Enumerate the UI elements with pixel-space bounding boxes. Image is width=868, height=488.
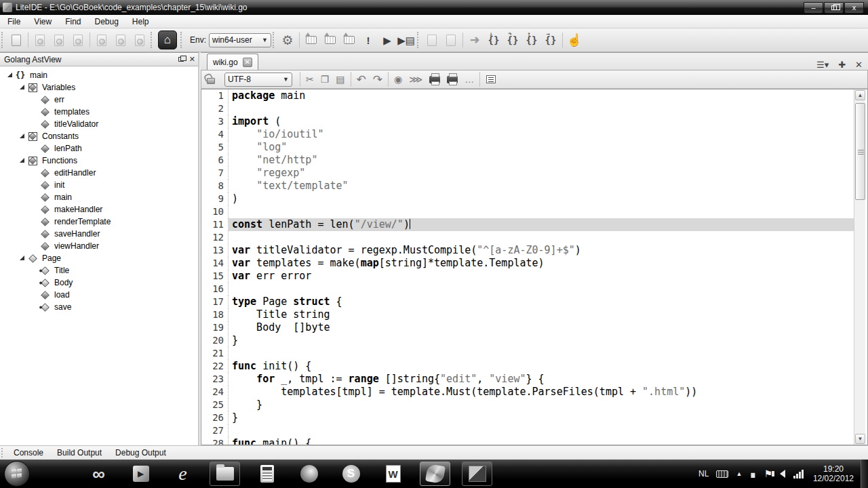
tree-item-body[interactable]: Body (0, 277, 198, 289)
taskbar-firefox-app[interactable] (294, 462, 324, 486)
code-line-1[interactable]: 1package main (201, 89, 854, 102)
minimize-button[interactable]: – (804, 2, 823, 14)
code-line-7[interactable]: 7 "regexp" (201, 167, 854, 180)
import-doc-button[interactable] (423, 31, 441, 49)
code-line-20[interactable]: 20} (201, 334, 854, 347)
output-tab-console[interactable]: Console (14, 448, 43, 458)
float-panel-icon[interactable] (178, 57, 184, 62)
close-button[interactable]: x (844, 2, 864, 14)
code-line-4[interactable]: 4 "io/ioutil" (201, 128, 854, 141)
scrollbar-thumb[interactable] (855, 103, 865, 200)
window-titlebar[interactable]: LiteIDE - E:\Go\GoBoek\code_examples\cha… (0, 0, 868, 15)
toolbar-grip[interactable] (417, 32, 421, 48)
word-wrap-icon[interactable] (486, 75, 496, 83)
menu-debug[interactable]: Debug (88, 16, 124, 28)
clear-doc-button[interactable] (442, 31, 460, 49)
power-plug-icon[interactable] (749, 470, 756, 478)
code-editor[interactable]: 1package main23import (4 "io/ioutil"5 "l… (201, 89, 868, 445)
undo-icon[interactable]: ↶ (357, 73, 366, 87)
taskbar-camtasia-app[interactable]: ∞ (83, 462, 114, 486)
code-line-28[interactable]: 28func main() { (201, 437, 854, 445)
menu-view[interactable]: View (28, 16, 58, 28)
code-line-16[interactable]: 16 (201, 283, 854, 296)
taskbar-movie-maker-app[interactable] (462, 462, 492, 486)
code-line-11[interactable]: 11const lenPath = len("/view/") (201, 218, 854, 231)
code-line-9[interactable]: 9) (201, 192, 854, 205)
record-icon[interactable]: ◉ (394, 74, 402, 85)
code-line-13[interactable]: 13var titleValidator = regexp.MustCompil… (201, 244, 854, 257)
output-tab-debug-output[interactable]: Debug Output (115, 448, 166, 458)
code-line-5[interactable]: 5 "log" (201, 141, 854, 154)
tree-item-edithandler[interactable]: editHandler (0, 167, 198, 179)
tree-item-init[interactable]: init (0, 179, 198, 191)
code-line-14[interactable]: 14var templates = make(map[string]*templ… (201, 257, 854, 270)
paste-icon[interactable]: ▤ (336, 74, 344, 85)
expanded-triangle-icon[interactable] (20, 158, 24, 163)
save-all-button[interactable] (69, 31, 87, 49)
cut-icon[interactable]: ✂ (306, 74, 314, 85)
step-into-button[interactable]: ↓{} (485, 31, 502, 49)
print-preview-icon[interactable] (447, 76, 458, 83)
show-desktop-button[interactable] (861, 460, 868, 488)
tree-item-templates[interactable]: templates (0, 106, 198, 118)
restore-button[interactable] (824, 2, 844, 14)
expanded-triangle-icon[interactable] (20, 85, 24, 89)
unlock-icon[interactable] (207, 78, 215, 84)
close-folder-button[interactable] (131, 31, 149, 49)
add-folder-button[interactable] (112, 31, 130, 49)
env-select[interactable]: win64-user ▼ (209, 33, 271, 47)
code-line-6[interactable]: 6 "net/http" (201, 154, 854, 167)
taskbar-calculator-app[interactable] (252, 462, 282, 486)
output-tab-build-output[interactable]: Build Output (57, 448, 102, 458)
clock[interactable]: 19:20 12/02/2012 (813, 464, 854, 483)
network-signal-icon[interactable] (793, 470, 804, 479)
menu-help[interactable]: Help (126, 16, 155, 28)
toolbar-grip[interactable] (1, 32, 5, 48)
tab-close-icon[interactable]: ✕ (243, 58, 252, 67)
redo-icon[interactable]: ↷ (373, 73, 382, 87)
tree-item-main[interactable]: {}main (0, 69, 198, 81)
tree-item-lenpath[interactable]: lenPath (0, 142, 198, 155)
tree-item-makehandler[interactable]: makeHandler (0, 203, 198, 216)
step-over-button[interactable]: ↷{} (504, 31, 521, 49)
code-line-10[interactable]: 10 (201, 205, 854, 218)
close-editor-icon[interactable]: ✕ (855, 60, 863, 70)
run-button[interactable]: ▶ (378, 31, 396, 49)
expanded-triangle-icon[interactable] (20, 134, 24, 138)
build-button[interactable] (302, 31, 320, 49)
start-button[interactable] (4, 461, 30, 487)
menu-file[interactable]: File (1, 16, 26, 28)
tree-item-variables[interactable]: Variables (0, 81, 198, 94)
scroll-up-icon[interactable]: ▲ (855, 90, 865, 100)
taskbar-liteide-app[interactable] (420, 462, 450, 486)
hidden-icons-arrow[interactable]: ▲ (736, 470, 742, 477)
new-file-button[interactable] (7, 31, 25, 49)
split-editor-icon[interactable]: ✚ (838, 60, 846, 70)
code-line-25[interactable]: 25 } (201, 399, 854, 411)
export-icon[interactable]: ⋙ (409, 74, 422, 85)
tree-item-load[interactable]: load (0, 289, 198, 301)
code-line-27[interactable]: 27 (201, 424, 854, 437)
code-line-24[interactable]: 24 templates[tmpl] = template.Must(templ… (201, 386, 854, 399)
stop-button[interactable]: ☝ (566, 31, 583, 49)
tab-wiki-go[interactable]: wiki.go ✕ (207, 54, 258, 70)
volume-icon[interactable] (780, 470, 785, 478)
toolbar-grip[interactable] (273, 32, 277, 48)
tree-item-functions[interactable]: Functions (0, 155, 198, 167)
code-line-26[interactable]: 26} (201, 411, 854, 424)
install-button[interactable] (340, 31, 358, 49)
code-line-21[interactable]: 21 (201, 347, 854, 360)
taskbar-internet-explorer-app[interactable]: e (167, 462, 198, 486)
continue-button[interactable]: ➜ (466, 31, 484, 49)
code-line-19[interactable]: 19 Body []byte (201, 321, 854, 334)
vertical-scrollbar[interactable]: ▲ ▼ (854, 89, 865, 445)
expanded-triangle-icon[interactable] (20, 256, 24, 260)
tree-item-constants[interactable]: Constants (0, 130, 198, 142)
tree-item-err[interactable]: err (0, 94, 198, 106)
tree-item-titlevalidator[interactable]: titleValidator (0, 118, 198, 130)
syntax-check-button[interactable]: ! (359, 31, 377, 49)
tree-item-main[interactable]: main (0, 191, 198, 203)
open-folder-button[interactable] (93, 31, 111, 49)
code-line-18[interactable]: 18 Title string (201, 308, 854, 321)
code-line-17[interactable]: 17type Page struct { (201, 296, 854, 308)
